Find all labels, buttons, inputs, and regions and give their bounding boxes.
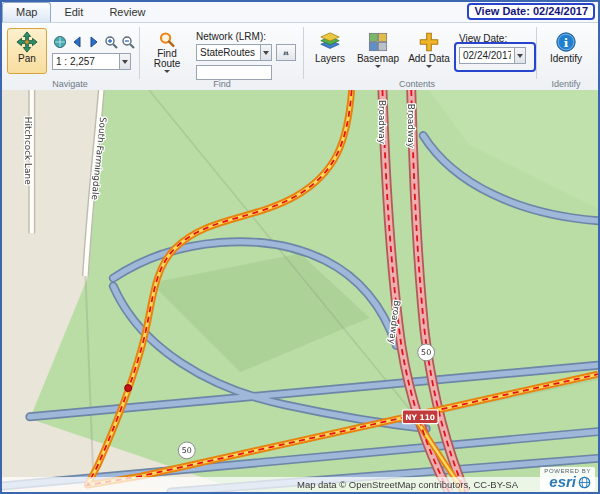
search-routes-button[interactable] bbox=[276, 44, 296, 61]
street-label-broadway-upper-right: Broadway bbox=[406, 104, 416, 148]
identify-icon: i bbox=[555, 31, 577, 53]
svg-text:NY 110: NY 110 bbox=[405, 413, 435, 422]
pan-label: Pan bbox=[18, 54, 36, 64]
group-label-identify: Identify bbox=[551, 79, 580, 89]
full-extent-button[interactable] bbox=[52, 34, 68, 50]
map-viewport[interactable]: 50 50 NY 110 Hitchcock Lane South Farmin… bbox=[2, 90, 598, 492]
svg-text:i: i bbox=[564, 36, 569, 50]
svg-text:50: 50 bbox=[182, 446, 192, 455]
scale-combo bbox=[52, 53, 131, 70]
add-data-icon bbox=[418, 31, 440, 53]
group-label-find: Find bbox=[213, 79, 231, 89]
add-data-button[interactable]: Add Data bbox=[406, 28, 452, 74]
network-combo bbox=[196, 44, 272, 61]
previous-extent-button[interactable] bbox=[69, 34, 85, 50]
find-route-button[interactable]: Find Route bbox=[144, 28, 190, 74]
view-date-input[interactable] bbox=[459, 47, 514, 64]
basemap-icon bbox=[367, 31, 389, 53]
map-attribution: Map data © OpenStreetMap contributors, C… bbox=[2, 477, 598, 492]
scale-dropdown-button[interactable] bbox=[119, 53, 131, 70]
find-route-label: Find Route bbox=[147, 49, 187, 69]
zoom-out-icon bbox=[121, 35, 136, 50]
zoom-in-icon bbox=[104, 35, 119, 50]
shield-50-lower: 50 bbox=[178, 442, 195, 459]
chevron-down-icon bbox=[122, 60, 128, 64]
pan-icon bbox=[16, 31, 38, 53]
tab-map[interactable]: Map bbox=[2, 2, 51, 22]
shield-ny-110: NY 110 bbox=[402, 410, 438, 424]
street-label-hitchcock-lane: Hitchcock Lane bbox=[23, 117, 33, 185]
map-canvas[interactable]: 50 50 NY 110 Hitchcock Lane South Farmin… bbox=[2, 90, 598, 492]
chevron-down-icon bbox=[263, 51, 269, 55]
app-window: Map Edit Review View Date: 02/24/2017 Pa… bbox=[0, 0, 600, 494]
find-route-icon bbox=[156, 31, 178, 48]
route-point-marker bbox=[125, 385, 132, 392]
svg-text:50: 50 bbox=[421, 348, 431, 357]
pan-button[interactable]: Pan bbox=[7, 28, 47, 74]
network-select[interactable] bbox=[196, 44, 260, 61]
identify-button[interactable]: i Identify bbox=[542, 28, 590, 74]
chevron-down-icon bbox=[164, 70, 170, 73]
tab-edit[interactable]: Edit bbox=[51, 3, 96, 22]
ribbon: Pan bbox=[2, 23, 598, 92]
chevron-down-icon bbox=[517, 54, 523, 58]
view-date-label: View Date: bbox=[459, 33, 507, 44]
basemap-label: Basemap bbox=[357, 54, 399, 64]
layers-icon bbox=[319, 31, 341, 53]
group-divider bbox=[139, 27, 140, 79]
scale-input[interactable] bbox=[52, 53, 119, 70]
view-date-combo bbox=[459, 47, 526, 64]
esri-globe-icon bbox=[578, 476, 591, 489]
add-data-label: Add Data bbox=[408, 54, 450, 64]
network-dropdown-button[interactable] bbox=[260, 44, 272, 61]
shield-50-upper: 50 bbox=[418, 344, 435, 361]
ribbon-tab-strip: Map Edit Review View Date: 02/24/2017 bbox=[2, 2, 598, 23]
layers-button[interactable]: Layers bbox=[309, 28, 351, 74]
basemap-button[interactable]: Basemap bbox=[354, 28, 402, 74]
layers-label: Layers bbox=[315, 54, 345, 64]
network-lrm-label: Network (LRM): bbox=[196, 31, 266, 42]
binoculars-icon bbox=[283, 45, 289, 61]
chevron-down-icon bbox=[426, 65, 432, 68]
group-divider bbox=[536, 27, 537, 79]
route-search-input[interactable] bbox=[196, 65, 272, 80]
arrow-left-icon bbox=[70, 35, 84, 49]
group-label-navigate: Navigate bbox=[52, 79, 88, 89]
arrow-right-icon bbox=[87, 35, 101, 49]
group-label-contents: Contents bbox=[399, 79, 435, 89]
view-date-annotation: View Date: 02/24/2017 bbox=[467, 3, 595, 20]
full-extent-icon bbox=[53, 35, 67, 49]
next-extent-button[interactable] bbox=[86, 34, 102, 50]
street-label-broadway-upper-left: Broadway bbox=[377, 100, 387, 144]
zoom-out-button[interactable] bbox=[120, 34, 136, 50]
identify-label: Identify bbox=[550, 54, 582, 64]
chevron-down-icon bbox=[375, 65, 381, 68]
esri-brand-label: esri bbox=[549, 475, 576, 489]
tab-review[interactable]: Review bbox=[96, 3, 158, 22]
group-divider bbox=[303, 27, 304, 79]
esri-logo: POWERED BY esri bbox=[540, 467, 595, 491]
view-date-dropdown-button[interactable] bbox=[514, 47, 526, 64]
zoom-in-button[interactable] bbox=[103, 34, 119, 50]
